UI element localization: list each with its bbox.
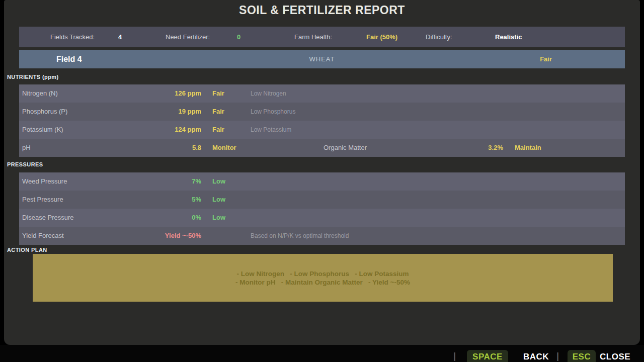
table-row-yield-forecast: Yield Forecast Yield ~-50% Based on N/P/… — [19, 227, 625, 245]
field-name: Field 4 — [56, 50, 82, 68]
status-badge: Fair — [212, 103, 224, 121]
difficulty-value: Realistic — [495, 27, 522, 47]
field-crop-label: WHEAT — [19, 50, 625, 68]
table-row-phosphorus: Phosphorus (P) 19 ppm Fair Low Phosphoru… — [19, 103, 625, 121]
table-row-pest-pressure: Pest Pressure 5% Low — [19, 191, 625, 209]
esc-key-button[interactable]: ESC — [568, 350, 596, 362]
farm-health-label: Farm Health: — [294, 27, 332, 47]
status-badge: Low — [212, 191, 225, 209]
table-row-ph: pH 5.8 Monitor Organic Matter 3.2% Maint… — [19, 139, 625, 157]
row-note: Low Phosphorus — [251, 103, 295, 121]
row-label: pH — [22, 139, 31, 157]
field-status-badge: Fair — [540, 50, 552, 68]
table-row-disease-pressure: Disease Pressure 0% Low — [19, 209, 625, 227]
pressures-table: Weed Pressure 7% Low Pest Pressure 5% Lo… — [19, 172, 625, 245]
row-label: Weed Pressure — [22, 172, 67, 191]
farm-stats-bar: Fields Tracked: 4 Need Fertilizer: 0 Far… — [19, 27, 625, 47]
row-value: 5.8 — [95, 139, 201, 157]
pressures-section-heading: PRESSURES — [7, 161, 43, 167]
action-plan-line-1: - Low Nitrogen - Low Phosphorus - Low Po… — [237, 269, 409, 278]
row-value: Yield ~-50% — [95, 227, 201, 245]
row-note: Based on N/P/K vs optimal threshold — [251, 227, 349, 245]
row-note: Low Nitrogen — [251, 84, 286, 103]
organic-matter-value: 3.2% — [432, 139, 503, 157]
key-prompt-bar: | SPACE BACK | ESC CLOSE — [0, 345, 644, 362]
row-label: Yield Forecast — [22, 227, 64, 245]
row-label: Nitrogen (N) — [22, 84, 58, 103]
need-fertilizer-value: 0 — [237, 27, 240, 47]
action-plan-box: - Low Nitrogen - Low Phosphorus - Low Po… — [33, 254, 613, 302]
status-badge: Fair — [212, 84, 224, 103]
table-row-weed-pressure: Weed Pressure 7% Low — [19, 172, 625, 191]
nutrients-section-heading: NUTRIENTS (ppm) — [7, 74, 59, 80]
table-row-nitrogen: Nitrogen (N) 126 ppm Fair Low Nitrogen — [19, 84, 625, 103]
page-title: SOIL & FERTILIZER REPORT — [4, 4, 640, 17]
separator: | — [556, 351, 559, 361]
row-value: 124 ppm — [95, 121, 201, 139]
row-value: 7% — [95, 172, 201, 191]
separator: | — [453, 351, 456, 361]
status-badge: Monitor — [212, 139, 236, 157]
need-fertilizer-label: Need Fertilizer: — [166, 27, 210, 47]
row-value: 126 ppm — [95, 84, 201, 103]
difficulty-label: Difficulty: — [426, 27, 452, 47]
row-label: Disease Pressure — [22, 209, 74, 227]
action-plan-line-2: - Monitor pH - Maintain Organic Matter -… — [235, 278, 410, 287]
field-header-bar[interactable]: WHEAT Field 4 Fair — [19, 50, 625, 68]
fields-tracked-label: Fields Tracked: — [50, 27, 95, 47]
back-button[interactable]: BACK — [523, 352, 549, 362]
status-badge: Fair — [212, 121, 224, 139]
report-panel: SOIL & FERTILIZER REPORT Fields Tracked:… — [4, 0, 640, 345]
row-value: 19 ppm — [95, 103, 201, 121]
farm-health-value: Fair (50%) — [366, 27, 397, 47]
organic-matter-label: Organic Matter — [324, 139, 367, 157]
close-button[interactable]: CLOSE — [600, 352, 630, 362]
organic-matter-status: Maintain — [515, 139, 541, 157]
status-badge: Low — [212, 172, 225, 191]
row-value: 5% — [95, 191, 201, 209]
row-note: Low Potassium — [251, 121, 291, 139]
space-key-button[interactable]: SPACE — [467, 350, 508, 362]
status-badge: Low — [212, 209, 225, 227]
row-label: Potassium (K) — [22, 121, 63, 139]
row-label: Phosphorus (P) — [22, 103, 67, 121]
row-label: Pest Pressure — [22, 191, 63, 209]
nutrients-table: Nitrogen (N) 126 ppm Fair Low Nitrogen P… — [19, 84, 625, 157]
fields-tracked-value: 4 — [118, 27, 122, 47]
row-value: 0% — [95, 209, 201, 227]
table-row-potassium: Potassium (K) 124 ppm Fair Low Potassium — [19, 121, 625, 139]
action-plan-section-heading: ACTION PLAN — [7, 247, 47, 253]
